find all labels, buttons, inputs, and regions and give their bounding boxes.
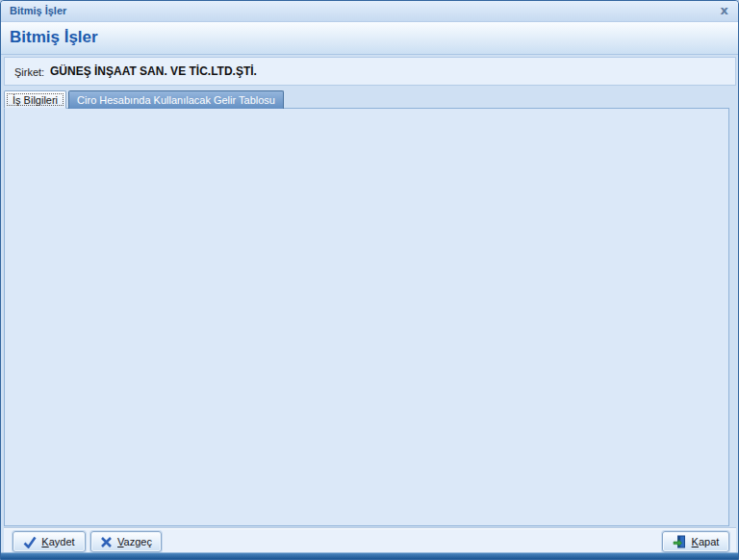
titlebar: Bitmiş İşler x [1, 1, 739, 22]
dialog-header: Bitmiş İşler [1, 22, 739, 55]
close-icon[interactable]: x [721, 3, 728, 17]
page-title: Bitmiş İşler [10, 28, 98, 47]
tab-job-info-label: İş Bilgileri [13, 94, 58, 106]
footer-bar: Kaydet Vazgeç Kapat [4, 527, 736, 554]
window-bottom-edge [1, 552, 739, 559]
job-info-panel [4, 108, 729, 526]
tab-income-table-label: Ciro Hesabında Kullanılacak Gelir Tablos… [77, 94, 275, 106]
cancel-button[interactable]: Vazgeç [90, 531, 162, 552]
exit-door-icon [673, 535, 687, 548]
save-button[interactable]: Kaydet [13, 531, 86, 552]
save-button-label: Kaydet [41, 536, 74, 547]
company-row: Şirket: GÜNEŞ İNŞAAT SAN. VE TİC.LTD.ŞTİ… [4, 57, 736, 86]
titlebar-title: Bitmiş İşler [10, 5, 66, 16]
close-button[interactable]: Kapat [662, 531, 729, 552]
tabbar: İş Bilgileri Ciro Hesabında Kullanılacak… [4, 90, 284, 109]
finished-works-dialog: Bitmiş İşler x Bitmiş İşler Şirket: GÜNE… [0, 0, 739, 560]
company-label: Şirket: [14, 66, 44, 78]
company-name: GÜNEŞ İNŞAAT SAN. VE TİC.LTD.ŞTİ. [50, 64, 257, 78]
tab-job-info[interactable]: İş Bilgileri [4, 90, 66, 109]
check-icon [23, 536, 37, 548]
x-icon [100, 536, 113, 548]
close-button-label: Kapat [692, 536, 720, 547]
cancel-button-label: Vazgeç [117, 536, 152, 547]
tab-income-table[interactable]: Ciro Hesabında Kullanılacak Gelir Tablos… [68, 90, 284, 109]
